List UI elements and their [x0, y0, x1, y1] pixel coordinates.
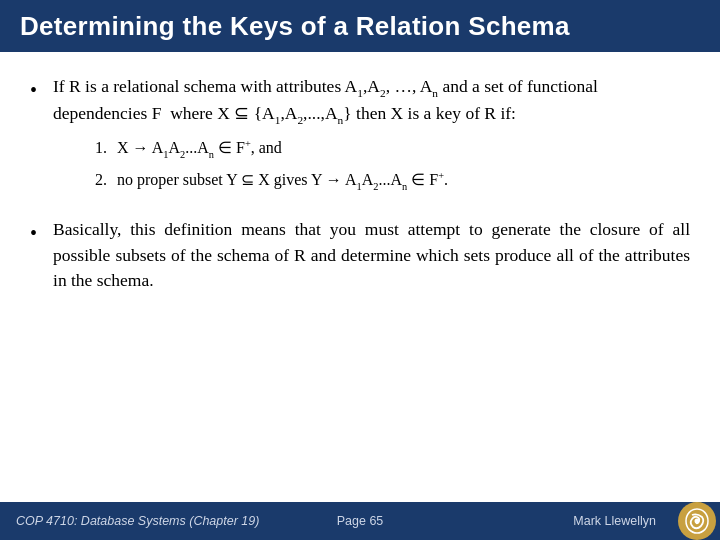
sub-item-1: 1. X → A1A2...An ∈ F+, and	[95, 136, 690, 162]
bullet-text-1: If R is a relational schema with attribu…	[53, 74, 690, 203]
title-bar: Determining the Keys of a Relation Schem…	[0, 0, 720, 52]
footer-center: Page 65	[337, 514, 384, 528]
slide: Determining the Keys of a Relation Schem…	[0, 0, 720, 540]
footer-left: COP 4710: Database Systems (Chapter 19)	[16, 514, 573, 528]
sub-num-1: 1.	[95, 136, 117, 159]
bullet-item-1: • If R is a relational schema with attri…	[30, 74, 690, 203]
sub-item-2: 2. no proper subset Y ⊆ X gives Y → A1A2…	[95, 168, 690, 194]
footer: COP 4710: Database Systems (Chapter 19) …	[0, 502, 720, 540]
bullet-item-2: • Basically, this definition means that …	[30, 217, 690, 293]
sub-items: 1. X → A1A2...An ∈ F+, and 2. no proper …	[95, 136, 690, 193]
bullet-paragraph-1: If R is a relational schema with attribu…	[53, 76, 598, 123]
sub-text-2: no proper subset Y ⊆ X gives Y → A1A2...…	[117, 168, 448, 194]
content-area: • If R is a relational schema with attri…	[0, 52, 720, 502]
footer-logo	[678, 502, 716, 540]
slide-title: Determining the Keys of a Relation Schem…	[20, 11, 570, 42]
sub-num-2: 2.	[95, 168, 117, 191]
logo-icon	[681, 505, 713, 537]
sub-text-1: X → A1A2...An ∈ F+, and	[117, 136, 282, 162]
bullet-dot-2: •	[30, 219, 37, 247]
bullet-paragraph-2: Basically, this definition means that yo…	[53, 217, 690, 293]
svg-point-1	[695, 519, 700, 524]
bullet-dot-1: •	[30, 76, 37, 104]
footer-right: Mark Llewellyn	[573, 514, 656, 528]
